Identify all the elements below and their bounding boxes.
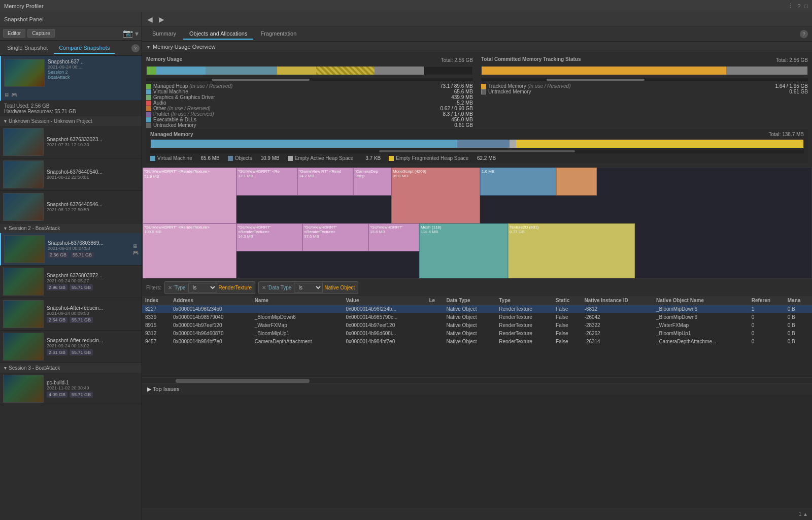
capture-button[interactable]: Capture <box>27 29 55 38</box>
table-row[interactable]: 82270x0000014b96f234b00x0000014b96f234b.… <box>142 305 812 313</box>
table-row[interactable]: 93120x0000014b96d60870_BloomMipUp10x0000… <box>142 330 812 338</box>
table-row[interactable]: 89150x0000014b97eef120_WaterFXMap0x00000… <box>142 321 812 330</box>
frag-blocks-row1: "GUIViewHDRRT" <RenderTexture> 51.9 MB "… <box>143 168 811 223</box>
legend-empty-active: Empty Active Heap Space 3.7 KB <box>288 155 381 161</box>
window-help-icon[interactable]: ? <box>797 3 800 9</box>
memory-scroll[interactable] <box>146 78 473 81</box>
col-value[interactable]: Value <box>343 296 426 305</box>
top-issues-label: ▶ Top Issues <box>147 386 179 393</box>
size1-after-reducing2: 2.61 GB <box>47 349 67 355</box>
col-type[interactable]: Type <box>496 296 553 305</box>
top-issues-bar[interactable]: ▶ Top Issues <box>142 383 812 395</box>
camera-icon[interactable]: 📷 <box>123 28 133 38</box>
col-native-name[interactable]: Native Object Name <box>653 296 749 305</box>
filter-type-remove[interactable]: ✕ <box>168 285 172 290</box>
filter-datatype-remove[interactable]: ✕ <box>262 285 266 290</box>
cell-native-id: -26314 <box>582 338 653 346</box>
help-icon-left[interactable]: ? <box>131 44 140 52</box>
right-help-icon[interactable]: ? <box>800 30 808 38</box>
window-maximize-icon[interactable]: □ <box>804 3 808 9</box>
legend-virtual-machine: Virtual Machine 65.6 MB <box>146 89 473 94</box>
table-row[interactable]: 83390x0000014b98579040_BloomMipDown60x00… <box>142 313 812 321</box>
session3-label: Session 3 - BoatAttack <box>9 365 60 371</box>
snapshot-item-pcbuild1[interactable]: pc-build-1 2021-11-02 20:30:49 4.09 GB 5… <box>0 373 142 405</box>
snapshot-item-6376440546[interactable]: Snapshot-6376440546... 2021-08-12 22:50:… <box>0 191 142 223</box>
tab-compare-snapshots[interactable]: Compare Snapshots <box>54 43 115 54</box>
thumb-pcbuild1 <box>3 375 44 403</box>
snapshot-item-after-reducing1[interactable]: Snapshot-After-reducin... 2021-09-24 00:… <box>0 298 142 331</box>
col-native-id[interactable]: Native Instance ID <box>582 296 653 305</box>
cell-mana: 0 B <box>785 305 812 313</box>
cell-name <box>252 305 343 313</box>
cell-index: 9312 <box>142 330 170 338</box>
cell-native-id: -6812 <box>582 305 653 313</box>
col-static[interactable]: Static <box>553 296 582 305</box>
committed-scroll[interactable] <box>481 78 808 81</box>
filter-type-op[interactable]: Is Is Not <box>188 283 217 292</box>
snapshot-item-6376803872[interactable]: Snapshot-6376803872... 2021-09-24 00:05:… <box>0 266 142 298</box>
cell-value: 0x0000014b96f234b... <box>343 305 426 313</box>
snapshot-item-6376333023[interactable]: Snapshot-6376333023... 2021-07-31 12:10:… <box>0 126 142 158</box>
session-unknown-header[interactable]: ▾ Unknown Session - Unknown Project <box>0 116 142 126</box>
managed-scroll[interactable] <box>150 150 804 153</box>
tab-fragmentation[interactable]: Fragmentation <box>254 28 302 40</box>
managed-total: Total: 138.7 MB <box>769 132 804 137</box>
col-datatype[interactable]: Data Type <box>443 296 496 305</box>
cell-mana: 0 B <box>785 338 812 346</box>
cell-value: 0x0000014b97eef120 <box>343 321 426 330</box>
nav-forward-button[interactable]: ▶ <box>157 14 166 24</box>
horizontal-scrollbar[interactable] <box>142 377 812 383</box>
snapshot-panel-label: Snapshot Panel <box>4 16 44 22</box>
col-ref[interactable]: Referen <box>749 296 785 305</box>
snapshot-item-6376440540[interactable]: Snapshot-6376440540... 2021-08-12 22:50:… <box>0 158 142 191</box>
session2-header[interactable]: ▾ Session 2 - BoatAttack <box>0 223 142 233</box>
chevron-down-icon[interactable]: ▾ <box>135 29 139 38</box>
dot-graphics <box>146 95 151 100</box>
memory-usage-label: Memory Usage <box>146 56 182 62</box>
dot-empty-frag <box>389 156 394 161</box>
active-snapshot-icon1: 🖥 <box>4 92 9 98</box>
snapshot-item-after-reducing2[interactable]: Snapshot-After-reducin... 2021-09-24 00:… <box>0 331 142 363</box>
size2-6376803869: 55.71 GB <box>71 252 94 258</box>
date-6376440540: 2021-08-12 22:50:01 <box>47 175 139 180</box>
snapshot-item-6376803869[interactable]: Snapshot-6376803869... 2021-09-24 00:04:… <box>0 233 142 266</box>
cell-address: 0x0000014b97eef120 <box>170 321 252 330</box>
legend-other: Other (In use / Reserved) 0.62 / 0.90 GB <box>146 106 473 111</box>
col-index[interactable]: Index <box>142 296 170 305</box>
cell-le <box>426 305 443 313</box>
filter-datatype-op[interactable]: Is Is Not <box>294 283 323 292</box>
session-label: Unknown Session - Unknown Project <box>9 118 92 124</box>
cell-ref: 1 <box>749 305 785 313</box>
tab-single-snapshot[interactable]: Single Snapshot <box>2 43 53 54</box>
editor-button[interactable]: Editor <box>3 29 25 38</box>
dot-profiler <box>146 112 151 117</box>
window-menu-icon[interactable]: ⋮ <box>788 3 793 9</box>
nav-back-button[interactable]: ◀ <box>145 14 155 24</box>
cell-native-name: _WaterFXMap <box>653 321 749 330</box>
session3-header[interactable]: ▾ Session 3 - BoatAttack <box>0 363 142 373</box>
cell-le <box>426 321 443 330</box>
frag-block-guiview-large: "GUIViewHDRRT" <RenderTexture> 103.9 MB <box>143 223 236 279</box>
col-address[interactable]: Address <box>170 296 252 305</box>
cell-datatype: Native Object <box>443 321 496 330</box>
sizes-after-reducing2: 2.61 GB 55.71 GB <box>47 349 139 355</box>
legend-objects: Objects 10.9 MB <box>228 155 280 161</box>
memory-overview-header[interactable]: ▾ Memory Usage Overview <box>142 42 812 52</box>
col-le[interactable]: Le <box>426 296 443 305</box>
snapshot-list[interactable]: Snapshot-637... 2021-09-24 00:... Sessio… <box>0 56 142 520</box>
data-table-container[interactable]: Index Address Name Value Le Data Type Ty… <box>142 296 812 377</box>
tab-summary[interactable]: Summary <box>146 28 182 40</box>
table-row[interactable]: 94570x0000014b984bf7e0CameraDepthAttachm… <box>142 338 812 346</box>
col-name[interactable]: Name <box>252 296 343 305</box>
frag-block-guiview1: "GUIViewHDRRT" <RenderTexture> 51.9 MB <box>143 168 236 223</box>
date-6376333023: 2021-07-31 12:10:30 <box>47 142 139 147</box>
col-mana[interactable]: Mana <box>785 296 812 305</box>
active-snapshot-item[interactable]: Snapshot-637... 2021-09-24 00:... Sessio… <box>0 56 142 101</box>
cell-static: False <box>553 330 582 338</box>
left-panel: Snapshot Panel Editor Capture 📷 ▾ Single… <box>0 12 142 520</box>
cell-mana: 0 B <box>785 313 812 321</box>
tab-objects-allocations[interactable]: Objects and Allocations <box>183 28 253 40</box>
thumb-after-reducing1 <box>3 300 44 328</box>
size1-after-reducing1: 2.54 GB <box>47 317 67 323</box>
info-6376333023: Snapshot-6376333023... 2021-07-31 12:10:… <box>47 137 139 147</box>
